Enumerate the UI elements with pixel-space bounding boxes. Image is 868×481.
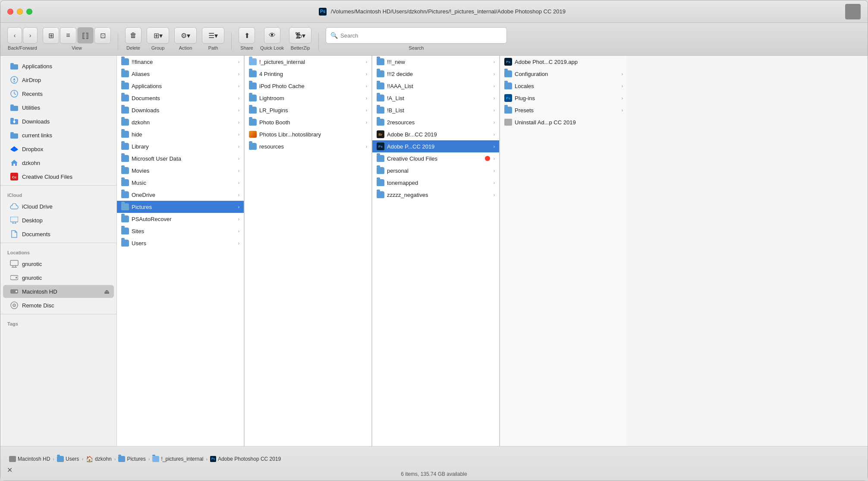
arrow-icon: › [366, 120, 367, 125]
list-item[interactable]: Applications › [117, 80, 244, 92]
folder-icon [377, 95, 384, 101]
list-item[interactable]: Locales › [500, 80, 627, 92]
breadcrumb-item-dzkohn[interactable]: 🏠 dzkohn [86, 456, 112, 462]
sidebar-item-current-links[interactable]: current links [3, 129, 114, 142]
list-item[interactable]: Music › [117, 177, 244, 189]
sidebar-item-macintosh-hd[interactable]: Macintosh HD ⏏ [3, 285, 114, 298]
sidebar-item-recents[interactable]: Recents [3, 87, 114, 100]
list-item[interactable]: Sites › [117, 225, 244, 237]
view-gallery-btn[interactable]: ⊡ [94, 27, 111, 44]
list-item-photoshop[interactable]: Ps Adobe P...CC 2019 › [372, 140, 499, 152]
eject-icon[interactable]: ⏏ [104, 288, 110, 295]
list-item[interactable]: !!!2 decide › [372, 68, 499, 80]
share-button[interactable]: ⬆ [239, 27, 255, 44]
sidebar-item-dropbox[interactable]: Dropbox [3, 142, 114, 155]
sidebar-item-airdrop[interactable]: AirDrop [3, 73, 114, 86]
list-item[interactable]: iPod Photo Cache › [245, 80, 371, 92]
sidebar-item-documents[interactable]: Documents [3, 228, 114, 240]
list-item[interactable]: 4 Printing › [245, 68, 371, 80]
list-item[interactable]: Ps Plug-ins › [500, 92, 627, 104]
sidebar-item-dzkohn[interactable]: dzkohn [3, 156, 114, 169]
list-item[interactable]: resources › [245, 140, 371, 152]
list-item[interactable]: Photo Booth › [245, 116, 371, 128]
sidebar-item-label: gnurotic [22, 261, 42, 267]
quicklook-button[interactable]: 👁 [264, 27, 280, 44]
view-column-btn[interactable]: ⟦⟧ [77, 27, 94, 44]
back-button[interactable]: ‹ [7, 27, 22, 44]
search-box[interactable]: 🔍 [326, 27, 507, 44]
list-item[interactable]: !A_List › [372, 92, 499, 104]
breadcrumb-item-internal[interactable]: !_pictures_internal [152, 456, 203, 462]
sidebar-item-gnurotic-2[interactable]: gnurotic [3, 271, 114, 284]
list-item[interactable]: Movies › [117, 165, 244, 177]
betterzip-button[interactable]: 🗜▾ [289, 27, 311, 44]
sidebar-item-label: Dropbox [22, 146, 43, 152]
forward-button[interactable]: › [23, 27, 38, 44]
list-item[interactable]: !!AAA_List › [372, 80, 499, 92]
list-item[interactable]: OneDrive › [117, 189, 244, 201]
list-item[interactable]: hide › [117, 128, 244, 140]
ps-breadcrumb-icon: Ps [210, 456, 216, 462]
list-item[interactable]: tonemapped › [372, 177, 499, 189]
list-item[interactable]: Configuration › [500, 68, 627, 80]
list-item[interactable]: zzzzz_negatives › [372, 189, 499, 201]
list-item[interactable]: Users › [117, 237, 244, 249]
list-item[interactable]: dzkohn › [117, 116, 244, 128]
list-item[interactable]: !!!_new › [372, 56, 499, 68]
tag-close-icon[interactable]: ✕ [7, 466, 13, 474]
list-item-photos[interactable]: Photos Libr...hotoslibrary [245, 128, 371, 140]
list-item[interactable]: personal › [372, 165, 499, 177]
list-item[interactable]: !_pictures_internal › [245, 56, 371, 68]
sidebar-item-downloads[interactable]: Downloads [3, 115, 114, 128]
sidebar-item-gnurotic-1[interactable]: gnurotic [3, 257, 114, 270]
arrow-icon: › [494, 144, 495, 149]
view-icon-btn[interactable]: ⊞ [43, 27, 59, 44]
breadcrumb-item-pictures[interactable]: Pictures [118, 456, 145, 462]
list-item-pictures[interactable]: Pictures › [117, 201, 244, 213]
arrow-icon: › [494, 84, 495, 89]
group-button[interactable]: ⊞▾ [147, 27, 169, 44]
list-item[interactable]: 2resources › [372, 116, 499, 128]
sidebar-item-icloud-drive[interactable]: iCloud Drive [3, 200, 114, 213]
list-item[interactable]: !!finance › [117, 56, 244, 68]
list-item[interactable]: Documents › [117, 92, 244, 104]
delete-button[interactable]: 🗑 [125, 27, 142, 44]
search-input[interactable] [340, 32, 502, 39]
list-item[interactable]: LR_Plugins › [245, 104, 371, 116]
list-item[interactable]: Aliases › [117, 68, 244, 80]
list-item-uninstall[interactable]: Uninstall Ad...p CC 2019 [500, 116, 627, 128]
list-item[interactable]: Downloads › [117, 104, 244, 116]
sidebar-item-utilities[interactable]: Utilities [3, 101, 114, 114]
columns-scroll[interactable]: !!finance › Aliases › Applications › [117, 56, 868, 446]
folder-icon [121, 240, 129, 247]
sidebar-item-applications[interactable]: Applications [3, 60, 114, 73]
breadcrumb-item-hd[interactable]: Macintosh HD [9, 456, 50, 462]
breadcrumb-label: Pictures [127, 456, 145, 462]
desktop-icon [10, 216, 19, 225]
list-item-cc[interactable]: Creative Cloud Files › [372, 152, 499, 165]
betterzip-group: 🗜▾ BetterZip [289, 27, 311, 51]
list-item-bridge[interactable]: Br Adobe Br...CC 2019 › [372, 128, 499, 140]
list-item[interactable]: Library › [117, 140, 244, 152]
list-item-app[interactable]: Ps Adobe Phot...C 2019.app [500, 56, 627, 68]
breadcrumb-item-users[interactable]: Users [57, 456, 79, 462]
list-item[interactable]: PSAutoRecover › [117, 213, 244, 225]
list-item[interactable]: Lightroom › [245, 92, 371, 104]
maximize-button[interactable] [26, 9, 32, 15]
home-breadcrumb-icon: 🏠 [86, 456, 93, 462]
action-button[interactable]: ⚙▾ [174, 27, 197, 44]
sidebar-item-creative-cloud[interactable]: Cc Creative Cloud Files [3, 170, 114, 183]
breadcrumb-item-ps[interactable]: Ps Adobe Photoshop CC 2019 [210, 456, 281, 462]
arrow-icon: › [238, 96, 239, 101]
titlebar-path: Ps /Volumes/Macintosh HD/Users/dzkohn/Pi… [39, 8, 845, 16]
list-item[interactable]: Presets › [500, 104, 627, 116]
sidebar-item-desktop[interactable]: Desktop [3, 214, 114, 227]
view-list-btn[interactable]: ≡ [60, 27, 76, 44]
sidebar-item-remote-disc[interactable]: Remote Disc [3, 299, 114, 312]
arrow-icon: › [366, 144, 367, 149]
path-button[interactable]: ☰▾ [202, 27, 224, 44]
list-item[interactable]: Microsoft User Data › [117, 152, 244, 165]
minimize-button[interactable] [17, 9, 23, 15]
close-button[interactable] [7, 9, 13, 15]
list-item[interactable]: !B_List › [372, 104, 499, 116]
